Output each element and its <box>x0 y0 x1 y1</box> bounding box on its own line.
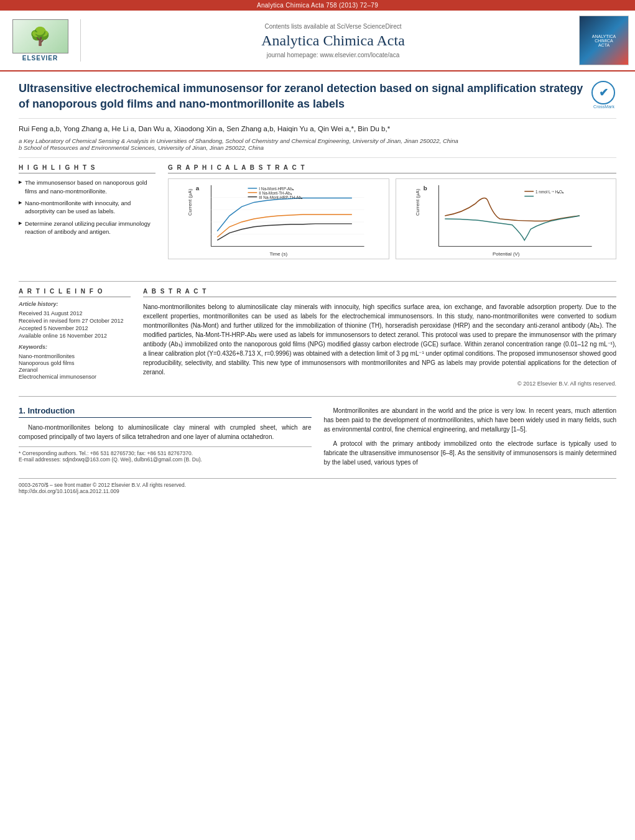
sciverse-link: Contents lists available at SciVerse Sci… <box>264 23 401 30</box>
footnote-corresponding: * Corresponding authors. Tel.: +86 531 8… <box>19 450 312 456</box>
intro-col1-para1: Nano-montmorillonites belong to aluminos… <box>19 423 312 441</box>
keyword-4: Electrochemical immunosensor <box>19 374 131 380</box>
affiliations: a Key Laboratory of Chemical Sensing & A… <box>19 137 616 158</box>
received1: Received 31 August 2012 <box>19 310 131 316</box>
authors-text: Rui Feng a,b, Yong Zhang a, He Li a, Dan… <box>19 125 390 132</box>
highlights-heading: H I G H L I G H T S <box>19 164 155 173</box>
keyword-1: Nano-montmorillonites <box>19 353 131 359</box>
issn-line: 0003-2670/$ – see front matter © 2012 El… <box>19 482 616 488</box>
abstract-text: Nano-montmorillonites belong to aluminos… <box>143 302 616 377</box>
graphical-abstract-section: G R A P H I C A L A B S T R A C T Curren… <box>168 164 616 259</box>
highlights-list: The immunosensor based on nanoporous gol… <box>19 178 155 236</box>
crossmark-circle: ✔ <box>591 81 615 104</box>
received2: Received in revised form 27 October 2012 <box>19 318 131 324</box>
intro-heading: 1. Introduction <box>19 406 312 418</box>
highlight-item-1: The immunosensor based on nanoporous gol… <box>19 178 155 195</box>
info-abstract-cols: A R T I C L E I N F O Article history: R… <box>19 281 616 387</box>
graph-chart-a: Current (μA) Time (s) a <box>168 178 389 259</box>
chart-b-svg: Current (μA) Potential (V) b 1 nmo <box>396 179 616 259</box>
doi-line: http://dx.doi.org/10.1016/j.aca.2012.11.… <box>19 488 616 494</box>
article-info: A R T I C L E I N F O Article history: R… <box>19 288 131 387</box>
footnote-area: * Corresponding authors. Tel.: +86 531 8… <box>19 446 312 463</box>
highlights-section: H I G H L I G H T S The immunosensor bas… <box>19 164 155 272</box>
section-divider <box>19 396 616 397</box>
journal-homepage: journal homepage: www.elsevier.com/locat… <box>267 52 399 58</box>
intro-col-left: 1. Introduction Nano-montmorillonites be… <box>19 406 312 472</box>
elsevier-logo-section: 🌳 ELSEVIER <box>6 19 81 62</box>
article-title: Ultrasensitive electrochemical immunosen… <box>19 81 585 112</box>
elsevier-tree-logo: 🌳 <box>12 19 68 53</box>
footnote-email: E-mail addresses: sdjndxwq@163.com (Q. W… <box>19 456 312 463</box>
intro-col2-text: Montmorillonites are abundant in the wor… <box>324 406 617 467</box>
highlight-item-3: Determine zeranol utilizing peculiar imm… <box>19 219 155 236</box>
crossmark-badge: ✔ CrossMark <box>591 81 616 106</box>
accepted: Accepted 5 November 2012 <box>19 325 131 331</box>
abstract-section: A B S T R A C T Nano-montmorillonites be… <box>143 288 616 387</box>
intro-col-right: Montmorillonites are abundant in the wor… <box>324 406 617 472</box>
sciverse-text: Contents lists available at SciVerse Sci… <box>264 23 401 30</box>
journal-header: 🌳 ELSEVIER Contents lists available at S… <box>0 11 635 72</box>
available-online: Available online 16 November 2012 <box>19 333 131 339</box>
abstract-copyright: © 2012 Elsevier B.V. All rights reserved… <box>143 381 616 387</box>
svg-text:Current (μA): Current (μA) <box>414 189 420 216</box>
keyword-2: Nanoporous gold films <box>19 360 131 366</box>
article-title-section: Ultrasensitive electrochemical immunosen… <box>19 81 616 119</box>
history-label: Article history: <box>19 301 131 307</box>
graph-images: Current (μA) Time (s) a <box>168 178 616 259</box>
elsevier-brand-text: ELSEVIER <box>22 55 58 62</box>
journal-thumbnail: ANALYTICACHIMICAACTA <box>579 16 629 65</box>
homepage-text: journal homepage: www.elsevier.com/locat… <box>267 52 399 58</box>
svg-text:Current (μA): Current (μA) <box>187 189 193 216</box>
keyword-3: Zeranol <box>19 367 131 373</box>
article-container: Ultrasensitive electrochemical immunosen… <box>0 72 635 504</box>
highlight-item-2: Nano-montmorillonite with innocuity, and… <box>19 199 155 216</box>
svg-text:Potential (V): Potential (V) <box>493 251 520 257</box>
affiliation-b: b School of Resources and Environmental … <box>19 144 616 151</box>
abstract-heading: A B S T R A C T <box>143 288 616 297</box>
article-info-heading: A R T I C L E I N F O <box>19 288 131 297</box>
svg-text:III Na-Mont-HRP-TH-Ab₂: III Na-Mont-HRP-TH-Ab₂ <box>259 195 303 200</box>
svg-text:b: b <box>423 185 427 192</box>
highlights-graphical-row: H I G H L I G H T S The immunosensor bas… <box>19 164 616 272</box>
journal-citation-bar: Analytica Chimica Acta 758 (2013) 72–79 <box>0 0 635 11</box>
introduction-section: 1. Introduction Nano-montmorillonites be… <box>19 406 616 472</box>
journal-title: Analytica Chimica Acta <box>261 32 405 49</box>
intro-col2-para2: A protocol with the primary antibody imm… <box>324 439 617 467</box>
graphical-abstract-heading: G R A P H I C A L A B S T R A C T <box>168 164 616 173</box>
keywords-section: Keywords: Nano-montmorillonites Nanoporo… <box>19 344 131 380</box>
intro-col2-para1: Montmorillonites are abundant in the wor… <box>324 406 617 434</box>
keywords-label: Keywords: <box>19 344 131 350</box>
journal-center: Contents lists available at SciVerse Sci… <box>87 23 579 58</box>
intro-col1-text: Nano-montmorillonites belong to aluminos… <box>19 423 312 441</box>
journal-citation: Analytica Chimica Acta 758 (2013) 72–79 <box>257 2 378 9</box>
svg-text:a: a <box>196 185 200 192</box>
graph-chart-b: Current (μA) Potential (V) b 1 nmo <box>396 178 617 259</box>
chart-a-svg: Current (μA) Time (s) a <box>169 179 389 259</box>
affiliation-a: a Key Laboratory of Chemical Sensing & A… <box>19 137 616 144</box>
article-title-block: Ultrasensitive electrochemical immunosen… <box>19 81 585 112</box>
bottom-bar: 0003-2670/$ – see front matter © 2012 El… <box>19 478 616 494</box>
authors-line: Rui Feng a,b, Yong Zhang a, He Li a, Dan… <box>19 125 616 132</box>
svg-text:Time (s): Time (s) <box>269 251 287 257</box>
svg-text:1 nmol·L⁻¹ H₂O₂: 1 nmol·L⁻¹ H₂O₂ <box>535 190 564 194</box>
